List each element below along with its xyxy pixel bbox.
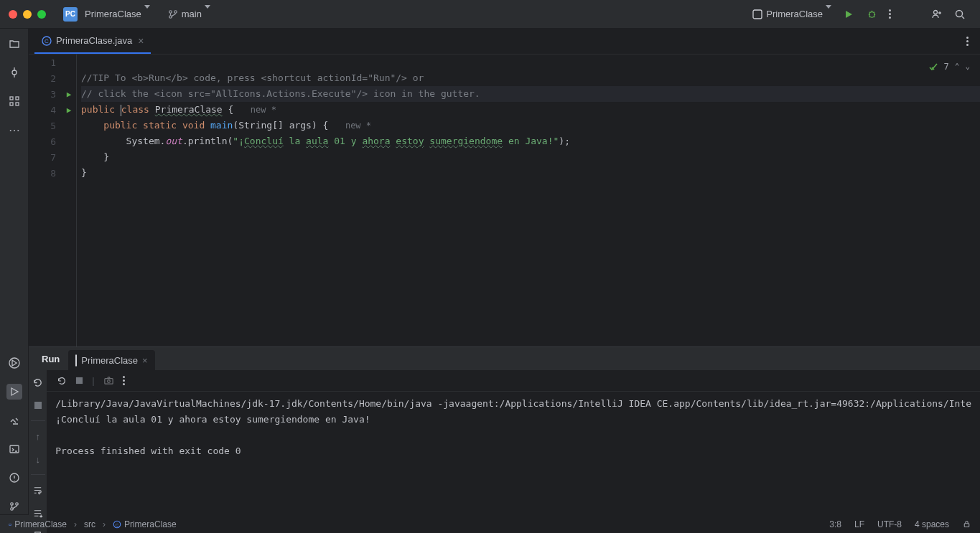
run-console: | /Library/Java/JavaVirtualMachines/jdk-… bbox=[47, 370, 980, 533]
svg-point-12 bbox=[9, 358, 19, 368]
camera-button[interactable] bbox=[103, 375, 114, 386]
tab-label: PrimeraClase.java bbox=[56, 35, 132, 46]
terminal-tool-button[interactable] bbox=[6, 441, 22, 457]
console-line: Process finished with exit code 0 bbox=[55, 445, 241, 456]
run-config-selector[interactable]: PrimeraClase bbox=[746, 6, 837, 23]
run-panel-tabs: Run PrimeraClase × bbox=[29, 347, 980, 370]
run-gutter-icon[interactable]: ▶ bbox=[67, 90, 72, 99]
structure-tool-button[interactable] bbox=[6, 93, 22, 109]
debug-button[interactable] bbox=[860, 6, 883, 23]
left-tool-rail: ⋯ bbox=[0, 29, 29, 514]
editor-tabs-more-button[interactable] bbox=[961, 34, 974, 49]
console-more-button[interactable] bbox=[123, 376, 125, 385]
breadcrumb[interactable]: ▫ PrimeraClase › src › C PrimeraClase bbox=[9, 519, 177, 529]
close-window-button[interactable] bbox=[9, 10, 17, 19]
console-toolbar: | bbox=[47, 370, 980, 392]
minimize-window-button[interactable] bbox=[23, 10, 32, 19]
editor-tabs: C PrimeraClase.java × bbox=[29, 29, 980, 55]
run-gutter-icon[interactable]: ▶ bbox=[67, 105, 72, 115]
svg-point-15 bbox=[10, 503, 13, 506]
svg-rect-13 bbox=[10, 445, 19, 453]
breadcrumb-separator-icon: › bbox=[70, 519, 81, 529]
window-controls bbox=[9, 10, 46, 19]
vcs-branch-selector[interactable]: main bbox=[162, 6, 216, 23]
code-text: 01 y bbox=[328, 136, 362, 146]
gutter: 1 2 3▶ 4▶ 5 6 7 8 bbox=[29, 55, 76, 346]
project-selector[interactable]: PC PrimeraClase bbox=[57, 4, 156, 24]
code-text: la bbox=[284, 136, 306, 146]
branch-icon bbox=[167, 9, 179, 20]
line-number: 5 bbox=[29, 121, 62, 131]
soft-wrap-button[interactable] bbox=[30, 482, 46, 498]
search-everywhere-button[interactable] bbox=[948, 6, 971, 23]
code-text: public bbox=[81, 104, 115, 115]
line-number: 8 bbox=[29, 168, 62, 179]
line-number: 1 bbox=[29, 57, 62, 68]
svg-point-1 bbox=[174, 10, 177, 13]
maximize-window-button[interactable] bbox=[37, 10, 46, 19]
module-icon: ▫ bbox=[9, 519, 11, 529]
svg-point-0 bbox=[169, 10, 172, 13]
editor[interactable]: 1 2 3▶ 4▶ 5 6 7 8 //TIP To <b>Run</b> co… bbox=[29, 55, 980, 346]
line-number: 3 bbox=[29, 89, 62, 100]
add-user-icon bbox=[931, 9, 943, 20]
search-icon bbox=[954, 9, 966, 20]
code-text: { bbox=[223, 104, 234, 115]
services-tool-button[interactable] bbox=[6, 355, 22, 371]
commit-tool-button[interactable] bbox=[6, 65, 22, 80]
rerun-button[interactable] bbox=[30, 374, 46, 390]
chevron-down-icon bbox=[144, 9, 150, 19]
svg-rect-24 bbox=[76, 377, 83, 384]
file-encoding[interactable]: UTF-8 bbox=[877, 519, 902, 529]
line-number: 6 bbox=[29, 136, 62, 147]
more-actions-button[interactable] bbox=[883, 6, 897, 22]
code-text: } bbox=[81, 151, 109, 162]
line-separator[interactable]: LF bbox=[854, 519, 864, 529]
code-text: System. bbox=[81, 136, 165, 146]
console-output[interactable]: /Library/Java/JavaVirtualMachines/jdk-17… bbox=[47, 392, 980, 463]
up-stack-button[interactable]: ↑ bbox=[30, 428, 46, 444]
code-area[interactable]: //TIP To <b>Run</b> code, press <shortcu… bbox=[77, 55, 980, 346]
build-tool-button[interactable] bbox=[6, 412, 22, 428]
svg-rect-20 bbox=[34, 402, 42, 409]
code-text: // click the <icon src="AllIcons.Actions… bbox=[81, 88, 480, 99]
cursor-position[interactable]: 3:8 bbox=[829, 519, 841, 529]
down-stack-button[interactable]: ↓ bbox=[30, 451, 46, 467]
more-vertical-icon bbox=[889, 9, 891, 19]
run-toolbar: ↑ ↓ bbox=[29, 370, 47, 533]
close-run-tab-button[interactable]: × bbox=[142, 355, 148, 366]
crumb-label: PrimeraClase bbox=[124, 519, 177, 529]
svg-rect-25 bbox=[105, 379, 113, 385]
run-tool-button[interactable] bbox=[6, 384, 22, 400]
code-text: public bbox=[103, 120, 137, 131]
tab-primeraclase-java[interactable]: C PrimeraClase.java × bbox=[34, 29, 151, 54]
svg-rect-11 bbox=[16, 103, 19, 105]
code-text: (String[] args) { bbox=[233, 120, 328, 131]
code-text: "¡ bbox=[233, 136, 244, 146]
problems-tool-button[interactable] bbox=[6, 470, 22, 486]
git-tool-button[interactable] bbox=[6, 499, 22, 514]
chevron-down-icon bbox=[205, 9, 210, 19]
code-with-me-button[interactable] bbox=[925, 6, 948, 23]
readonly-toggle[interactable] bbox=[962, 519, 971, 529]
code-text: class bbox=[121, 104, 149, 115]
rerun-inline-button[interactable] bbox=[57, 376, 67, 386]
svg-rect-10 bbox=[10, 103, 13, 105]
code-text: PrimeraClase bbox=[155, 104, 223, 115]
stop-inline-button[interactable] bbox=[75, 377, 83, 385]
close-tab-button[interactable]: × bbox=[136, 35, 144, 47]
svg-rect-3 bbox=[753, 10, 762, 19]
code-text: Concluí bbox=[244, 136, 284, 146]
run-button[interactable] bbox=[837, 6, 860, 23]
stop-button[interactable] bbox=[30, 397, 46, 413]
code-text: //TIP To <b>Run</b> code, press <shortcu… bbox=[81, 72, 424, 83]
indent-setting[interactable]: 4 spaces bbox=[915, 519, 949, 529]
more-tools-button[interactable]: ⋯ bbox=[6, 122, 22, 138]
run-tab-item[interactable]: PrimeraClase × bbox=[68, 350, 154, 370]
branch-name-label: main bbox=[182, 9, 202, 19]
java-class-icon: C bbox=[113, 520, 121, 529]
project-tool-button[interactable] bbox=[6, 36, 22, 52]
svg-rect-8 bbox=[10, 97, 13, 100]
code-text: static bbox=[143, 120, 177, 131]
code-text: main bbox=[210, 120, 233, 131]
